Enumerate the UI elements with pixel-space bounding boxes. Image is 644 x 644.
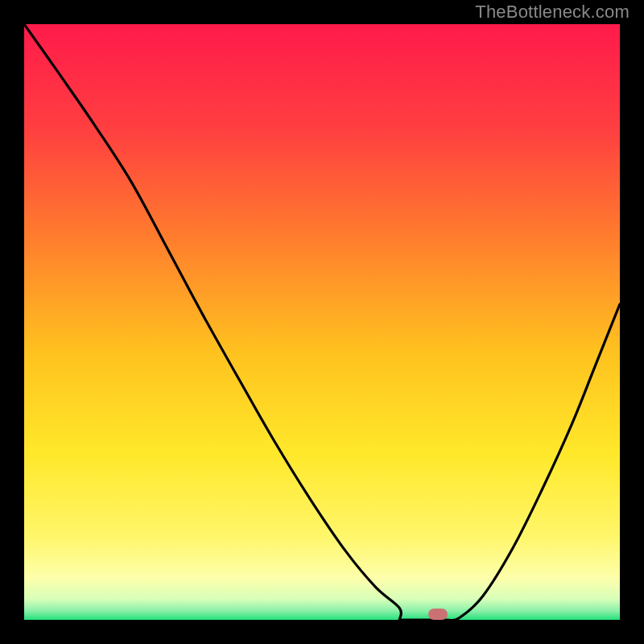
bottleneck-marker: [428, 609, 448, 620]
curve-layer: [24, 24, 620, 620]
plot-area: [24, 24, 620, 620]
chart-frame: TheBottleneck.com: [0, 0, 644, 644]
watermark-text: TheBottleneck.com: [475, 2, 630, 23]
curve-path: [24, 24, 620, 620]
